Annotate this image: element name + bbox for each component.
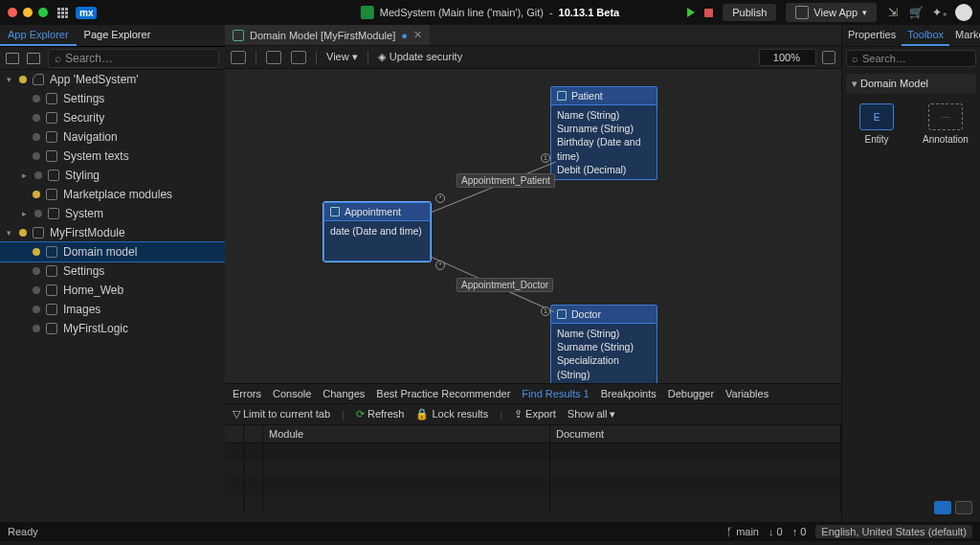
close-window-icon[interactable] xyxy=(8,8,17,17)
view-app-button[interactable]: View App ▾ xyxy=(786,3,877,22)
bottom-panel: Errors Console Changes Best Practice Rec… xyxy=(225,383,841,522)
tab-toolbox[interactable]: Toolbox xyxy=(902,25,949,46)
results-grid[interactable]: Module Document xyxy=(225,425,841,522)
editor-tab-domain-model[interactable]: Domain Model [MyFirstModule] ● ✕ xyxy=(225,25,430,45)
export-icon: ⇪ xyxy=(514,408,523,420)
tab-properties[interactable]: Properties xyxy=(842,25,902,46)
col-document[interactable]: Document xyxy=(550,425,841,443)
entity-icon: E xyxy=(859,103,894,130)
assoc-endpoint-icon[interactable]: * xyxy=(435,193,445,203)
collapse-icon[interactable] xyxy=(6,53,19,64)
zoom-input[interactable] xyxy=(759,49,816,66)
expand-icon[interactable] xyxy=(27,53,40,64)
assoc-endpoint-icon[interactable]: * xyxy=(435,261,445,270)
project-icon xyxy=(361,6,374,19)
tree-security[interactable]: Security xyxy=(0,108,225,127)
tab-best-practice[interactable]: Best Practice Recommender xyxy=(376,388,510,399)
gear-icon xyxy=(46,265,57,277)
ai-sparkle-icon[interactable]: ✦₊ xyxy=(932,6,946,19)
publish-button[interactable]: Publish xyxy=(723,4,776,21)
tree-myfirstmodule[interactable]: ▾MyFirstModule xyxy=(0,223,225,242)
tree-system-texts[interactable]: System texts xyxy=(0,147,225,166)
palette-entity[interactable]: EEntity xyxy=(848,103,905,145)
tab-find-results[interactable]: Find Results 1 xyxy=(522,388,589,399)
status-bar: Ready main ↓ 0 ↑ 0 English, United State… xyxy=(0,522,980,541)
assoc-endpoint-icon[interactable]: 1 xyxy=(541,307,550,316)
maximize-window-icon[interactable] xyxy=(38,8,48,17)
tab-variables[interactable]: Variables xyxy=(725,388,768,399)
editor-toolbar: View ▾ Update security xyxy=(225,46,841,69)
refresh-button[interactable]: ⟳Refresh xyxy=(356,408,405,420)
tree-module-settings[interactable]: Settings xyxy=(0,261,225,281)
tree-root[interactable]: ▾App 'MedSystem' xyxy=(0,70,225,89)
tree-images[interactable]: Images xyxy=(0,300,225,319)
cursor-tool-icon[interactable] xyxy=(231,51,246,64)
entity-icon xyxy=(557,91,567,101)
tab-debugger[interactable]: Debugger xyxy=(668,388,714,399)
layout-grid-icon[interactable] xyxy=(934,501,951,514)
tab-page-explorer[interactable]: Page Explorer xyxy=(77,25,159,46)
tree-styling[interactable]: ▸Styling xyxy=(0,166,225,185)
tab-console[interactable]: Console xyxy=(273,388,311,399)
palette-annotation[interactable]: ⋯Annotation xyxy=(917,103,974,145)
zoom-dropdown-icon[interactable] xyxy=(822,51,835,64)
lock-icon: 🔒 xyxy=(415,408,429,420)
limit-current-tab-toggle[interactable]: ▽Limit to current tab xyxy=(233,408,330,420)
entity-doctor[interactable]: Doctor Name (String) Surname (String) Sp… xyxy=(550,305,657,383)
module-icon xyxy=(33,227,44,238)
export-button[interactable]: ⇪Export xyxy=(514,408,556,420)
toolbox-search[interactable]: ⌕Search… xyxy=(846,50,976,67)
stop-button[interactable] xyxy=(704,9,713,17)
tree-myfirstlogic[interactable]: MyFirstLogic xyxy=(0,319,225,338)
tree-home-web[interactable]: Home_Web xyxy=(0,281,225,300)
cart-icon[interactable]: 🛒 xyxy=(909,6,923,19)
page-icon xyxy=(46,284,57,296)
minimize-window-icon[interactable] xyxy=(23,8,33,17)
toolbox-section-header[interactable]: Domain Model xyxy=(846,74,976,94)
entity-icon xyxy=(330,207,340,216)
col-module[interactable]: Module xyxy=(263,425,550,443)
language-selector[interactable]: English, United States (default) xyxy=(815,525,972,538)
close-tab-icon[interactable]: ✕ xyxy=(413,29,422,41)
update-security-button[interactable]: Update security xyxy=(378,51,462,63)
incoming-count[interactable]: ↓ 0 xyxy=(768,526,783,537)
tab-errors[interactable]: Errors xyxy=(233,388,261,399)
entity-appointment[interactable]: Appointment date (Date and time) xyxy=(323,202,431,261)
branch-indicator[interactable]: main xyxy=(726,526,759,537)
link-icon[interactable]: ⇲ xyxy=(886,6,900,19)
association-label[interactable]: Appointment_Doctor xyxy=(457,278,553,292)
user-avatar[interactable] xyxy=(955,4,972,21)
view-menu[interactable]: View ▾ xyxy=(326,51,358,63)
tab-app-explorer[interactable]: App Explorer xyxy=(0,25,77,46)
shield-icon xyxy=(378,51,390,62)
layout-toggle xyxy=(934,501,972,514)
tree-navigation[interactable]: Navigation xyxy=(0,127,225,147)
layout-list-icon[interactable] xyxy=(955,501,972,514)
tree-settings[interactable]: Settings xyxy=(0,89,225,108)
association-label[interactable]: Appointment_Patient xyxy=(457,173,555,188)
run-button[interactable] xyxy=(687,8,695,17)
app-grid-icon[interactable] xyxy=(57,8,68,18)
tab-changes[interactable]: Changes xyxy=(323,388,365,399)
tree-marketplace[interactable]: Marketplace modules xyxy=(0,185,225,204)
monitor-icon xyxy=(795,6,809,19)
titlebar: mx MedSystem (Main line ('main'), Git) -… xyxy=(0,0,980,25)
annotation-tool-icon[interactable] xyxy=(291,51,306,64)
entity-patient[interactable]: Patient Name (String) Surname (String) B… xyxy=(550,86,657,180)
assoc-endpoint-icon[interactable]: 1 xyxy=(541,153,550,163)
lock-results-button[interactable]: 🔒Lock results xyxy=(415,408,488,420)
sidebar: App Explorer Page Explorer Search… ▾App … xyxy=(0,25,225,522)
show-all-menu[interactable]: Show all ▾ xyxy=(568,408,616,420)
entity-tool-icon[interactable] xyxy=(266,51,281,64)
window-title: MedSystem (Main line ('main'), Git) - 10… xyxy=(361,6,619,19)
sidebar-search[interactable]: Search… xyxy=(48,49,219,68)
tree-system[interactable]: ▸System xyxy=(0,204,225,223)
domain-model-canvas[interactable]: Patient Name (String) Surname (String) B… xyxy=(225,69,841,383)
outgoing-count[interactable]: ↑ 0 xyxy=(792,526,807,537)
tab-breakpoints[interactable]: Breakpoints xyxy=(601,388,657,399)
mx-logo: mx xyxy=(76,7,97,19)
tab-marketplace[interactable]: Marketpla xyxy=(949,25,980,46)
tree-domain-model[interactable]: Domain model xyxy=(0,242,225,261)
compass-icon xyxy=(46,131,57,143)
cube-icon xyxy=(48,208,59,219)
